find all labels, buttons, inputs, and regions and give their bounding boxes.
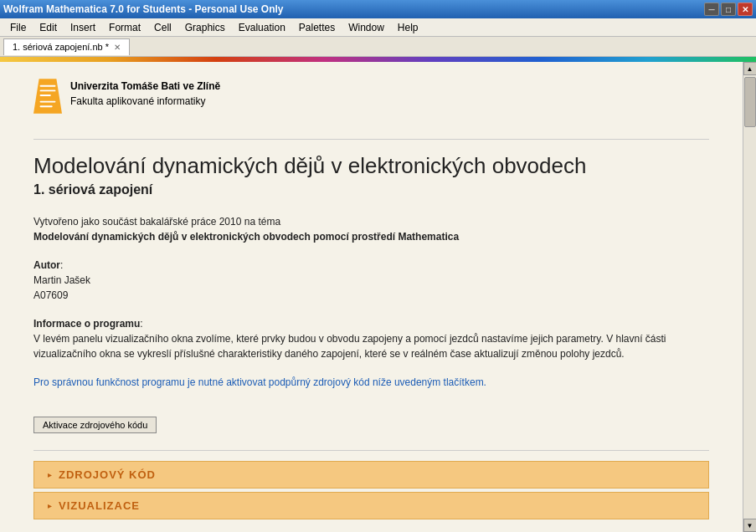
activate-button[interactable]: Aktivace zdrojového kódu	[33, 417, 157, 433]
author-name: Martin Jašek	[33, 274, 90, 286]
scroll-track[interactable]	[743, 75, 756, 519]
menu-graphics[interactable]: Graphics	[178, 20, 232, 35]
close-button[interactable]: ✕	[738, 3, 753, 16]
menu-palettes[interactable]: Palettes	[292, 20, 342, 35]
section-label-source: ZDROJOVÝ KÓD	[59, 468, 156, 481]
thesis-title: Modelování dynamických dějů v elektronic…	[33, 231, 459, 243]
author-id: A07609	[33, 289, 68, 301]
menu-window[interactable]: Window	[342, 20, 391, 35]
maximize-button[interactable]: □	[721, 3, 736, 16]
scroll-up-button[interactable]: ▲	[743, 62, 757, 75]
menu-file[interactable]: File	[3, 20, 33, 35]
section-bar-visualization[interactable]: ▸ VIZUALIZACE	[33, 492, 709, 519]
scroll-thumb[interactable]	[744, 77, 756, 127]
section-arrow-visualization: ▸	[48, 501, 52, 510]
divider-bottom	[33, 450, 709, 451]
svg-rect-3	[40, 95, 51, 96]
university-name: Univerzita Tomáše Bati ve Zlíně	[70, 79, 220, 94]
menu-help[interactable]: Help	[391, 20, 425, 35]
author-label: Autor	[33, 259, 60, 271]
info-label: Informace o programu	[33, 318, 140, 330]
svg-rect-1	[40, 85, 56, 87]
title-bar: Wolfram Mathematica 7.0 for Students - P…	[0, 0, 756, 18]
tab-label: 1. sériová zapojení.nb *	[13, 42, 109, 52]
section-bar-source[interactable]: ▸ ZDROJOVÝ KÓD	[33, 461, 709, 489]
menu-insert[interactable]: Insert	[64, 20, 102, 35]
svg-rect-4	[40, 101, 56, 103]
university-logo	[33, 79, 62, 114]
university-faculty: Fakulta aplikované informatiky	[70, 94, 220, 109]
menu-format[interactable]: Format	[102, 20, 147, 35]
menu-edit[interactable]: Edit	[33, 20, 64, 35]
window-controls: ─ □ ✕	[704, 3, 753, 16]
note-section: Pro správnou funkčnost programu je nutné…	[33, 375, 709, 390]
section-arrow-source: ▸	[48, 470, 52, 479]
tab-close-button[interactable]: ✕	[114, 43, 121, 52]
minimize-button[interactable]: ─	[704, 3, 719, 16]
scrollbar[interactable]: ▲ ▼	[743, 62, 756, 532]
info-section: Informace o programu: V levém panelu viz…	[33, 316, 709, 361]
main-area: Univerzita Tomáše Bati ve Zlíně Fakulta …	[0, 62, 756, 532]
section-label-visualization: VIZUALIZACE	[59, 499, 140, 512]
created-section: Vytvořeno jako součást bakalářské práce …	[33, 214, 709, 244]
info-text: V levém panelu vizualizačního okna zvolí…	[33, 333, 666, 360]
scroll-down-button[interactable]: ▼	[743, 519, 757, 532]
document-tab[interactable]: 1. sériová zapojení.nb * ✕	[3, 38, 130, 55]
author-section: Autor: Martin Jašek A07609	[33, 258, 709, 303]
document-subtitle: 1. sériová zapojení	[33, 182, 709, 197]
university-text: Univerzita Tomáše Bati ve Zlíně Fakulta …	[70, 79, 220, 109]
menu-cell[interactable]: Cell	[147, 20, 178, 35]
created-text: Vytvořeno jako součást bakalářské práce …	[33, 216, 280, 228]
tab-bar: 1. sériová zapojení.nb * ✕	[0, 37, 756, 57]
menu-bar: File Edit Insert Format Cell Graphics Ev…	[0, 18, 756, 37]
note-link: Pro správnou funkčnost programu je nutné…	[33, 376, 486, 388]
svg-rect-5	[40, 105, 53, 107]
document-title: Modelování dynamických dějů v elektronic…	[33, 153, 709, 179]
divider-top	[33, 139, 709, 140]
app-title: Wolfram Mathematica 7.0 for Students - P…	[3, 3, 284, 15]
document-area: Univerzita Tomáše Bati ve Zlíně Fakulta …	[0, 62, 743, 532]
university-header: Univerzita Tomáše Bati ve Zlíně Fakulta …	[33, 79, 709, 122]
menu-evaluation[interactable]: Evaluation	[232, 20, 292, 35]
svg-rect-2	[40, 90, 56, 91]
